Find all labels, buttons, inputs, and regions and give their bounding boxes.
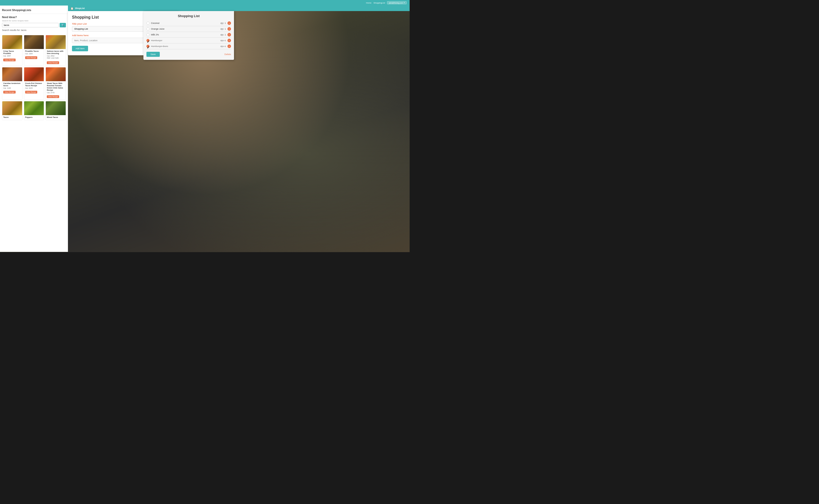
item-quantity: qty: 1: [221, 28, 226, 30]
shopping-list-display: Shopping List Coconutqty: 1×Orange Juice…: [143, 11, 234, 60]
recipe-image: [46, 67, 66, 81]
view-recipe-button[interactable]: View Recipe: [3, 91, 16, 94]
recipe-card: Mixed Tacos: [46, 101, 66, 120]
item-name: Orange Juice: [151, 28, 219, 30]
recipe-card: Salmon tacos with lime dressingCal. 2552…: [46, 35, 66, 66]
item-delete-button[interactable]: ×: [228, 21, 231, 25]
recipe-name: Mixed Tacos: [47, 116, 65, 118]
item-delete-button[interactable]: ×: [228, 33, 231, 36]
add-item-button[interactable]: Add Item: [72, 46, 88, 51]
recipe-name: Crock-Pot Chicken Tacos Recipe: [25, 82, 43, 87]
search-hint-text: Search for some recipes here: [2, 20, 66, 22]
recipe-name: Tacos: [3, 116, 21, 118]
recipe-name: Picadillo Tacos: [25, 50, 43, 52]
recipe-calories: Cal. 4457: [3, 55, 21, 57]
recipe-card: Steak Tacos With Roasted Tomato Green Ch…: [46, 67, 66, 100]
recipe-card: Crisp Tacos PicadilloCal. 4457View Recip…: [2, 35, 22, 66]
recipe-name: Carnitas tenderloin tacos: [3, 82, 21, 87]
recipe-calories: Cal. 2552: [47, 55, 65, 57]
list-item: Milk 2%qty: 1×: [146, 32, 231, 38]
shoplist-window: 📋 ShopList: [68, 6, 410, 11]
user-email-label: jake@thedog.com: [389, 2, 403, 4]
recipe-image: [2, 67, 22, 81]
view-recipe-button[interactable]: View Recipe: [47, 61, 59, 64]
search-row: 🔍: [2, 23, 66, 27]
list-items-container: Coconutqty: 1×Orange Juiceqty: 1×Milk 2%…: [146, 20, 231, 49]
recipe-calories: Cal. 1106: [3, 87, 21, 89]
search-results-label: Search results for: tacos: [2, 29, 66, 31]
recipe-diet: Diet: Low-Carb: [47, 57, 65, 59]
recipe-image: [24, 35, 44, 49]
view-recipe-button[interactable]: View Recipe: [47, 95, 59, 98]
item-checkbox[interactable]: [146, 22, 149, 25]
shoplist-icon: 📋: [70, 7, 73, 10]
item-name: Coconut: [151, 22, 219, 24]
recent-header: Recent ShoppingLists: [0, 6, 68, 14]
recipe-image: [24, 101, 44, 115]
delete-link[interactable]: Delete: [225, 53, 231, 56]
view-recipe-button[interactable]: View Recipe: [25, 91, 37, 94]
navbar: Home ShoppingList jake@thedog.com ▾: [0, 0, 410, 6]
list-item: ✓Hamburger Bunsqty: 1×: [146, 43, 231, 49]
recipe-calories: Cal. 2770: [47, 92, 65, 94]
item-name: Milk 2%: [151, 33, 219, 36]
item-delete-button[interactable]: ×: [228, 27, 231, 31]
ideas-title: Need Ideas?: [2, 16, 66, 19]
recipe-calories: Cal. 3225: [25, 87, 43, 89]
recipe-card: Tacos: [2, 101, 22, 120]
item-quantity: qty: 1: [221, 45, 226, 48]
recent-header-label: Recent ShoppingLists: [2, 9, 31, 12]
shoplist-titlebar: 📋 ShopList: [68, 6, 410, 11]
shoplist-title-text: ShopList: [75, 7, 85, 10]
list-display-title: Shopping List: [146, 14, 231, 18]
recipe-card: Carnitas tenderloin tacosCal. 1106View R…: [2, 67, 22, 100]
recipe-name: Salmon tacos with lime dressing: [47, 50, 65, 55]
recipe-image: [2, 101, 22, 115]
item-delete-button[interactable]: ×: [228, 39, 231, 42]
list-item: Coconutqty: 1×: [146, 20, 231, 26]
ideas-section: Need Ideas? Search for some recipes here…: [0, 14, 68, 35]
view-recipe-button[interactable]: View Recipe: [25, 56, 37, 59]
item-checkbox[interactable]: ✓: [146, 45, 149, 48]
item-quantity: qty: 1: [221, 22, 226, 24]
recipe-image: [2, 35, 22, 49]
item-delete-button[interactable]: ×: [228, 44, 231, 48]
recipe-card: Peppers: [24, 101, 44, 120]
recipe-image: [24, 67, 44, 81]
item-checkbox[interactable]: ✓: [146, 39, 149, 42]
item-quantity: qty: 1: [221, 33, 226, 36]
save-button[interactable]: Save: [146, 52, 160, 57]
nav-shoppinglist-link[interactable]: ShoppingList: [373, 2, 385, 4]
list-item: ✓Hamburgerqty: 1×: [146, 38, 231, 43]
recipe-card: Crock-Pot Chicken Tacos RecipeCal. 3225V…: [24, 67, 44, 100]
item-name: Hamburger Buns: [151, 45, 219, 48]
view-recipe-button[interactable]: View Recipe: [3, 59, 16, 61]
recipe-card: Picadillo TacosCal. 1934View Recipe: [24, 35, 44, 66]
item-name: Hamburger: [151, 39, 219, 42]
item-checkbox[interactable]: [146, 27, 149, 30]
recipe-image: [46, 101, 66, 115]
recipe-name: Crisp Tacos Picadillo: [3, 50, 21, 55]
recipe-grid: Crisp Tacos PicadilloCal. 4457View Recip…: [0, 35, 68, 122]
recipe-name: Peppers: [25, 116, 43, 118]
list-actions: Save Delete: [146, 52, 231, 57]
left-panel: Recent ShoppingLists Need Ideas? Search …: [0, 6, 68, 252]
dropdown-arrow-icon: ▾: [404, 2, 405, 4]
list-item: Orange Juiceqty: 1×: [146, 26, 231, 32]
recipe-name: Steak Tacos With Roasted Tomato Green Ch…: [47, 82, 65, 91]
search-button[interactable]: 🔍: [60, 23, 66, 27]
item-checkbox[interactable]: [146, 33, 149, 36]
search-input[interactable]: [2, 23, 59, 27]
nav-home-link[interactable]: Home: [366, 2, 371, 4]
recipe-image: [46, 35, 66, 49]
recipe-calories: Cal. 1934: [25, 53, 43, 55]
item-quantity: qty: 1: [221, 39, 226, 42]
user-menu-button[interactable]: jake@thedog.com ▾: [387, 1, 407, 4]
